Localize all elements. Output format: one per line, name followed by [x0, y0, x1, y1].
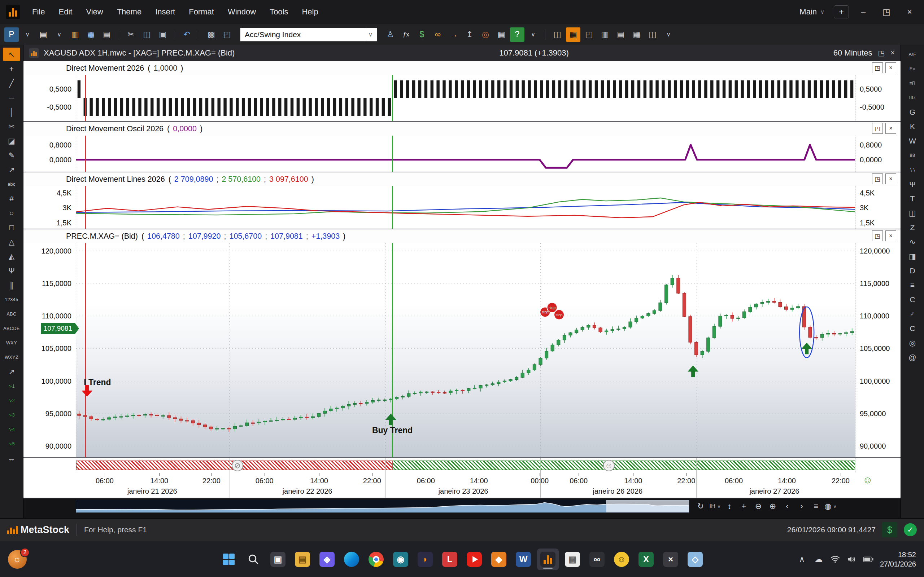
- pane-restore-button[interactable]: ◳: [872, 62, 883, 73]
- taskbar-goggles[interactable]: oo: [586, 548, 608, 570]
- interval-label[interactable]: 60 Minutes: [834, 48, 872, 58]
- currency-button[interactable]: $: [415, 27, 429, 42]
- profile-selector[interactable]: Main ∨: [796, 6, 828, 18]
- indicator-button-04[interactable]: IIIz: [904, 91, 921, 104]
- widgets-button[interactable]: ☼ 2: [8, 550, 27, 569]
- add-tab-button[interactable]: +: [834, 5, 849, 18]
- taskbar-excel[interactable]: X: [635, 548, 657, 570]
- tool-expand[interactable]: ↔: [3, 451, 20, 465]
- copy-button[interactable]: ◫: [140, 27, 154, 42]
- trend-band[interactable]: ⊘☺: [76, 458, 855, 473]
- chart-restore-button[interactable]: ◳: [878, 49, 885, 57]
- new-window-button[interactable]: ◫: [550, 27, 564, 42]
- indicator-button-22[interactable]: @: [904, 351, 921, 364]
- indicator-button-18[interactable]: C: [904, 293, 921, 306]
- tile-grid-button[interactable]: ▦: [630, 27, 644, 42]
- indicator-button-13[interactable]: Z: [904, 221, 921, 234]
- price-plot[interactable]: I TrendBuy Trendstopstopstop: [76, 243, 855, 457]
- tool-pencil[interactable]: ✎: [3, 148, 20, 162]
- indicator-button-19[interactable]: ∕∕: [904, 307, 921, 321]
- menu-edit[interactable]: Edit: [52, 4, 79, 19]
- tool-pitchfork[interactable]: Ψ: [3, 264, 20, 277]
- indicator-button-17[interactable]: ≡: [904, 279, 921, 292]
- tool-zigzag-3[interactable]: ∿3: [3, 408, 20, 422]
- minimize-button[interactable]: –: [855, 5, 872, 19]
- tool-zigzag-4[interactable]: ∿4: [3, 423, 20, 436]
- pane-close-button[interactable]: ×: [885, 230, 896, 241]
- indicator-button-09[interactable]: ∖∖: [904, 163, 921, 176]
- indicator-button-14[interactable]: ∿: [904, 235, 921, 248]
- menu-theme[interactable]: Theme: [110, 4, 149, 19]
- indicator-builder-button[interactable]: ƒx: [399, 27, 413, 42]
- vertical-fit-button[interactable]: ↕: [723, 500, 736, 513]
- interval-select[interactable]: IH∨: [708, 500, 722, 513]
- indicator-button-05[interactable]: G: [904, 105, 921, 119]
- page-right-button[interactable]: ›: [795, 500, 809, 513]
- tool-triangle[interactable]: △: [3, 235, 20, 248]
- system-tester-button[interactable]: ◎: [478, 27, 493, 42]
- taskbar-messenger[interactable]: ☺: [611, 548, 632, 570]
- tool-cut[interactable]: ✂: [3, 120, 20, 133]
- taskbar-app-x[interactable]: ×: [660, 548, 682, 570]
- taskbar-edge[interactable]: [341, 548, 362, 570]
- tool-text[interactable]: abc: [3, 177, 20, 191]
- indicator-button-02[interactable]: E≡: [904, 62, 921, 76]
- indicator-button-11[interactable]: T: [904, 192, 921, 205]
- expert-advisor-button[interactable]: ♙: [383, 27, 397, 42]
- power-console-button[interactable]: P: [4, 27, 19, 42]
- help-caret[interactable]: ∨: [526, 27, 540, 42]
- active-layout-button[interactable]: ▦: [566, 27, 580, 42]
- tool-pointer[interactable]: ↖: [3, 48, 20, 61]
- taskbar-file-explorer[interactable]: ▤: [292, 548, 313, 570]
- tool-letters-abc[interactable]: ABC: [3, 307, 20, 321]
- tool-ellipse[interactable]: ○: [3, 206, 20, 220]
- smart-chart-button[interactable]: ▩: [204, 27, 218, 42]
- navigator-minimap[interactable]: [76, 500, 690, 513]
- tool-eraser[interactable]: ◪: [3, 134, 20, 148]
- wifi-icon[interactable]: [830, 556, 840, 563]
- direct-movement-oscil-plot[interactable]: [76, 135, 855, 172]
- pane-restore-button[interactable]: ◳: [872, 230, 883, 241]
- quotes-button[interactable]: ▦: [494, 27, 509, 42]
- cascade-button[interactable]: ◰: [582, 27, 596, 42]
- forward-button[interactable]: →: [446, 27, 461, 42]
- refresh-button[interactable]: ↻: [694, 500, 708, 513]
- no-entry-icon[interactable]: ⊘: [232, 460, 243, 471]
- smiley-icon[interactable]: ☺: [603, 460, 615, 471]
- pane-restore-button[interactable]: ◳: [872, 123, 883, 134]
- tool-grid[interactable]: #: [3, 192, 20, 205]
- pane-restore-button[interactable]: ◳: [872, 174, 883, 184]
- open-button[interactable]: ▥: [68, 27, 82, 42]
- zoom-in-button[interactable]: ⊕: [766, 500, 780, 513]
- taskbar-calculator[interactable]: ▦: [562, 548, 583, 570]
- tool-letters-wxyz[interactable]: WXYZ: [3, 351, 20, 364]
- taskbar-task-view[interactable]: ▣: [267, 548, 289, 570]
- menu-insert[interactable]: Insert: [149, 4, 182, 19]
- indicator-button-21[interactable]: ◎: [904, 336, 921, 350]
- tool-callout[interactable]: ◭: [3, 250, 20, 263]
- tool-vertical-line[interactable]: │: [3, 105, 20, 119]
- tool-letters-wxy[interactable]: WXY: [3, 336, 20, 350]
- battery-icon[interactable]: [863, 556, 874, 562]
- indicator-button-10[interactable]: Ψ: [904, 177, 921, 191]
- menu-file[interactable]: File: [25, 4, 52, 19]
- menu-format[interactable]: Format: [182, 4, 221, 19]
- menu-tools[interactable]: Tools: [263, 4, 295, 19]
- tool-zigzag-2[interactable]: ∿2: [3, 394, 20, 407]
- indicator-button-01[interactable]: A/F: [904, 48, 921, 61]
- cut-button[interactable]: ✂: [124, 27, 138, 42]
- chart-close-button[interactable]: ×: [890, 49, 895, 57]
- taskbar-libreoffice[interactable]: L: [439, 548, 460, 570]
- onedrive-cloud-icon[interactable]: ☁: [814, 554, 824, 564]
- indicator-button-15[interactable]: ◨: [904, 250, 921, 263]
- taskbar-word[interactable]: W: [512, 548, 534, 570]
- taskbar-clock[interactable]: 18:52 27/01/2026: [880, 550, 916, 569]
- taskbar-app-teal[interactable]: ◉: [390, 548, 412, 570]
- explorer-button[interactable]: ∞: [431, 27, 445, 42]
- taskbar-search-button[interactable]: [242, 548, 264, 570]
- taskbar-metastock[interactable]: [537, 548, 559, 570]
- restore-button[interactable]: ◳: [878, 5, 895, 19]
- window-caret[interactable]: ∨: [661, 27, 676, 42]
- menu-view[interactable]: View: [79, 4, 110, 19]
- undo-button[interactable]: ↶: [180, 27, 194, 42]
